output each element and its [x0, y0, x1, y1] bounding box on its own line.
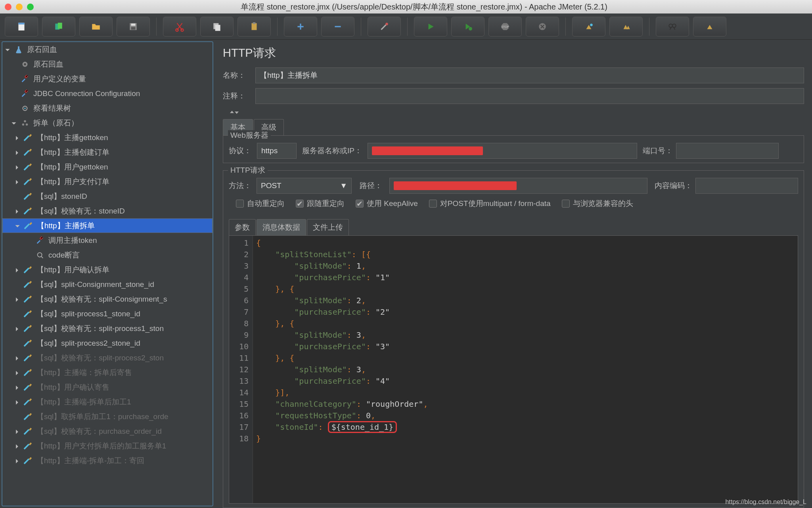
tree-item[interactable]: 原石回血 — [2, 57, 213, 71]
protocol-input[interactable]: https — [257, 143, 297, 159]
assert-icon — [34, 250, 46, 260]
tree-twisty-icon[interactable] — [15, 222, 22, 229]
tree-item[interactable]: 【sql】校验有无：split-process2_ston — [2, 350, 213, 365]
close-icon[interactable] — [5, 4, 11, 10]
code-source[interactable]: { "splitStoneList": [{ "splitMode": 1, "… — [253, 236, 798, 503]
tree-item[interactable]: 【http】用户支付拆单后的加工服务单1 — [2, 439, 213, 453]
toggle-button[interactable] — [368, 17, 401, 37]
subtab-params[interactable]: 参数 — [229, 219, 256, 235]
zoom-icon[interactable] — [27, 4, 34, 10]
tree-twisty-icon[interactable] — [14, 443, 21, 450]
start-button[interactable] — [414, 17, 447, 37]
tree-twisty-icon[interactable] — [14, 164, 21, 171]
remove-button[interactable] — [321, 17, 354, 37]
tree-twisty-icon[interactable] — [14, 281, 21, 288]
clear-all-button[interactable] — [609, 17, 643, 37]
tree-item[interactable]: 察看结果树 — [2, 101, 213, 115]
templates-button[interactable] — [42, 17, 75, 37]
tree-twisty-icon[interactable] — [14, 296, 21, 303]
save-button[interactable] — [117, 17, 150, 37]
encoding-input[interactable] — [695, 178, 798, 194]
tree-item[interactable]: 【sql】split-Consignment_stone_id — [2, 277, 213, 292]
tree-item[interactable]: 用户定义的变量 — [2, 71, 213, 86]
tree-twisty-icon[interactable] — [14, 398, 21, 406]
tree-twisty-icon[interactable] — [14, 208, 21, 215]
path-input[interactable] — [389, 178, 647, 194]
tree-twisty-icon[interactable] — [14, 369, 21, 376]
tree-item[interactable]: 【http】用户确认寄售 — [2, 380, 213, 394]
chk-follow-redirect[interactable]: ✔ — [296, 200, 304, 208]
expand-triangles-icon[interactable] — [227, 109, 804, 117]
minimize-icon[interactable] — [16, 4, 23, 10]
tree-twisty-icon[interactable] — [5, 46, 12, 53]
tree-item[interactable]: 【http】主播创建订单 — [2, 145, 213, 160]
tree-item[interactable]: 【http】用户确认拆单 — [2, 262, 213, 277]
open-button[interactable] — [79, 17, 113, 37]
tree-item[interactable]: 【sql】split-process2_stone_id — [2, 336, 213, 350]
tree-item[interactable]: 【sql】split-process1_stone_id — [2, 306, 213, 321]
port-input[interactable] — [676, 143, 779, 159]
tree-item[interactable]: 【sql】取拆单后加工1：purchase_orde — [2, 409, 213, 424]
tree-twisty-icon[interactable] — [14, 178, 21, 185]
tree-twisty-icon[interactable] — [14, 384, 21, 391]
chk-auto-redirect[interactable] — [236, 200, 244, 208]
tree-item[interactable]: 【sql】校验有无：split-Consignment_s — [2, 292, 213, 306]
tree-item[interactable]: 【sql】校验有无：stoneID — [2, 204, 213, 218]
tree-twisty-icon[interactable] — [14, 149, 21, 156]
tree-item[interactable]: 【http】主播端-拆单-加工：寄回 — [2, 453, 213, 468]
add-button[interactable] — [284, 17, 317, 37]
stop-button[interactable]: STOP — [488, 17, 522, 37]
body-editor[interactable]: 123456789101112131415161718 { "splitSton… — [229, 235, 798, 504]
tree-twisty-icon[interactable] — [11, 75, 18, 83]
chk-browser-headers[interactable] — [562, 200, 570, 208]
comment-input[interactable] — [255, 88, 804, 104]
new-button[interactable] — [5, 17, 38, 37]
tree-twisty-icon[interactable] — [11, 61, 18, 68]
tree-item[interactable]: 原石回血 — [2, 42, 213, 57]
shutdown-button[interactable] — [526, 17, 559, 37]
tree-twisty-icon[interactable] — [14, 310, 21, 318]
tree-item[interactable]: 【http】主播gettoken — [2, 130, 213, 145]
tree-twisty-icon[interactable] — [14, 354, 21, 362]
reset-search-button[interactable] — [693, 17, 726, 37]
tree-twisty-icon[interactable] — [14, 428, 21, 435]
copy-button[interactable] — [200, 17, 234, 37]
tree-twisty-icon[interactable] — [11, 119, 18, 127]
tree-item[interactable]: 【http】主播端-拆单后加工1 — [2, 394, 213, 409]
tree-item[interactable]: JDBC Connection Configuration — [2, 86, 213, 101]
tree-twisty-icon[interactable] — [14, 457, 21, 464]
name-input[interactable] — [255, 67, 804, 83]
tree-twisty-icon[interactable] — [14, 266, 21, 273]
paste-button[interactable] — [237, 17, 271, 37]
tree-item[interactable]: 调用主播token — [2, 233, 213, 248]
tree-item[interactable]: 【http】用户gettoken — [2, 160, 213, 174]
tree-item[interactable]: 【http】主播端：拆单后寄售 — [2, 365, 213, 380]
tree-twisty-icon[interactable] — [14, 413, 21, 420]
tree-twisty-icon[interactable] — [26, 237, 33, 244]
search-button[interactable] — [656, 17, 689, 37]
subtab-files[interactable]: 文件上传 — [307, 219, 349, 235]
tree-item[interactable]: code断言 — [2, 248, 213, 262]
tree-twisty-icon[interactable] — [14, 193, 21, 200]
server-input[interactable] — [368, 143, 637, 159]
chk-multipart[interactable] — [429, 200, 437, 208]
tree-item[interactable]: 拆单（原石） — [2, 115, 213, 130]
clear-button[interactable] — [572, 17, 605, 37]
tree-twisty-icon[interactable] — [14, 134, 21, 141]
method-select[interactable]: POST▼ — [257, 178, 352, 194]
tree-item[interactable]: 【sql】校验有无：purchase_order_id — [2, 424, 213, 439]
tree-twisty-icon[interactable] — [11, 105, 18, 112]
subtab-body[interactable]: 消息体数据 — [257, 219, 306, 235]
chk-keepalive[interactable]: ✔ — [356, 200, 364, 208]
tree-twisty-icon[interactable] — [26, 252, 33, 259]
tree-item[interactable]: 【sql】stoneID — [2, 189, 213, 204]
tree-item[interactable]: 【http】主播拆单 — [2, 218, 213, 233]
tree-twisty-icon[interactable] — [14, 340, 21, 347]
test-plan-tree[interactable]: 原石回血原石回血用户定义的变量JDBC Connection Configura… — [2, 41, 213, 506]
tree-twisty-icon[interactable] — [14, 325, 21, 332]
tree-item[interactable]: 【sql】校验有无：split-process1_ston — [2, 321, 213, 336]
tree-item[interactable]: 【http】用户支付订单 — [2, 174, 213, 189]
start-no-pause-button[interactable] — [451, 17, 485, 37]
cut-button[interactable] — [163, 17, 196, 37]
tree-twisty-icon[interactable] — [11, 90, 18, 97]
